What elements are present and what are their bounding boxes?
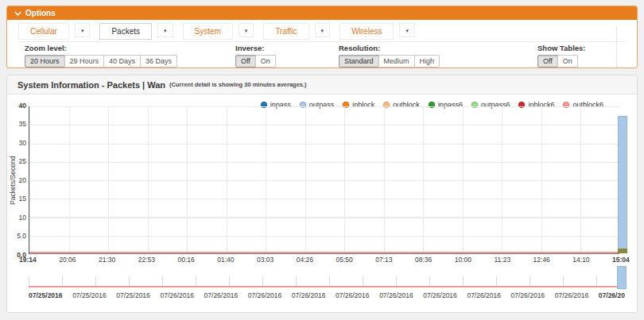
main-plot-area[interactable]	[29, 106, 619, 254]
resolution-label: Resolution:	[339, 44, 440, 52]
tab-traffic[interactable]: Traffic	[263, 23, 308, 40]
tab-wireless[interactable]: Wireless	[339, 23, 394, 40]
tab-packets-dropdown-icon[interactable]: ▾	[157, 23, 173, 37]
options-header[interactable]: Options	[7, 6, 637, 20]
tab-cellular-dropdown-icon[interactable]: ▾	[75, 23, 91, 37]
category-tabs: Cellular ▾ Packets ▾ System ▾ Traffic ▾ …	[18, 23, 626, 42]
resolution-buttons: Standard Medium High	[339, 55, 440, 67]
tab-system-dropdown-icon[interactable]: ▾	[239, 23, 254, 37]
inverse-label: Inverse:	[235, 44, 276, 52]
tab-system[interactable]: System	[183, 23, 233, 40]
show-tables-buttons: Off On	[537, 55, 586, 67]
zero-value-series-line	[29, 252, 619, 253]
zoom-level-label: Zoom level:	[25, 44, 177, 52]
page: { "options": { "header_label": "Options"…	[0, 0, 644, 320]
chart-panel: System Information - Packets | Wan (Curr…	[6, 75, 638, 313]
tab-traffic-dropdown-icon[interactable]: ▾	[315, 23, 331, 37]
collapse-chevron-icon	[14, 10, 21, 17]
show-tables-on-button[interactable]: On	[557, 55, 578, 67]
show-tables-off-button[interactable]: Off	[537, 55, 558, 67]
overview-spike-bar	[617, 266, 627, 289]
zoom-36-days-button[interactable]: 36 Days	[140, 55, 177, 67]
inverse-off-button[interactable]: Off	[235, 55, 256, 67]
resolution-standard-button[interactable]: Standard	[339, 55, 379, 67]
y-axis-ticks: 40 35 30 25 20 15 10 5.0 0.0	[7, 102, 26, 258]
inverse-buttons: Off On	[235, 55, 276, 67]
chart-header: System Information - Packets | Wan (Curr…	[7, 75, 637, 94]
tab-packets[interactable]: Packets	[99, 23, 152, 40]
zoom-level-buttons: 20 Hours 29 Hours 40 Days 36 Days	[25, 55, 177, 67]
show-tables-label: Show Tables:	[537, 44, 586, 52]
chart-subtitle: (Current detail is showing 30 minutes av…	[169, 81, 307, 88]
controls-divider	[616, 26, 617, 67]
options-header-label: Options	[25, 6, 56, 20]
zoom-level-group: Zoom level: 20 Hours 29 Hours 40 Days 36…	[25, 44, 177, 67]
tab-wireless-dropdown-icon[interactable]: ▾	[399, 23, 415, 37]
chart-body: inpass outpass inblock outblock inpass6 …	[7, 94, 637, 312]
options-panel: Options Cellular ▾ Packets ▾ System ▾ Tr…	[6, 6, 638, 68]
inverse-on-button[interactable]: On	[255, 55, 276, 67]
spike-base-segment	[618, 249, 627, 253]
resolution-high-button[interactable]: High	[414, 55, 440, 67]
tab-cellular[interactable]: Cellular	[18, 23, 69, 40]
resolution-medium-button[interactable]: Medium	[378, 55, 415, 67]
zoom-20-hours-button[interactable]: 20 Hours	[25, 55, 65, 67]
overview-strip[interactable]	[29, 276, 619, 287]
options-controls: Zoom level: 20 Hours 29 Hours 40 Days 36…	[7, 44, 637, 68]
show-tables-group: Show Tables: Off On	[537, 44, 586, 67]
zoom-29-hours-button[interactable]: 29 Hours	[64, 55, 105, 67]
zoom-40-days-button[interactable]: 40 Days	[103, 55, 141, 67]
outpass-spike-bar	[618, 116, 627, 253]
inverse-group: Inverse: Off On	[235, 44, 276, 67]
resolution-group: Resolution: Standard Medium High	[339, 44, 440, 67]
chart-title: System Information - Packets | Wan	[17, 80, 165, 90]
x-axis-time-ticks: 19:14 20:06 21:30 22:53 00:16 01:40 03:0…	[19, 256, 630, 264]
x-axis-date-ticks: 07/25/2016 07/25/2016 07/25/2016 07/26/2…	[29, 291, 625, 299]
